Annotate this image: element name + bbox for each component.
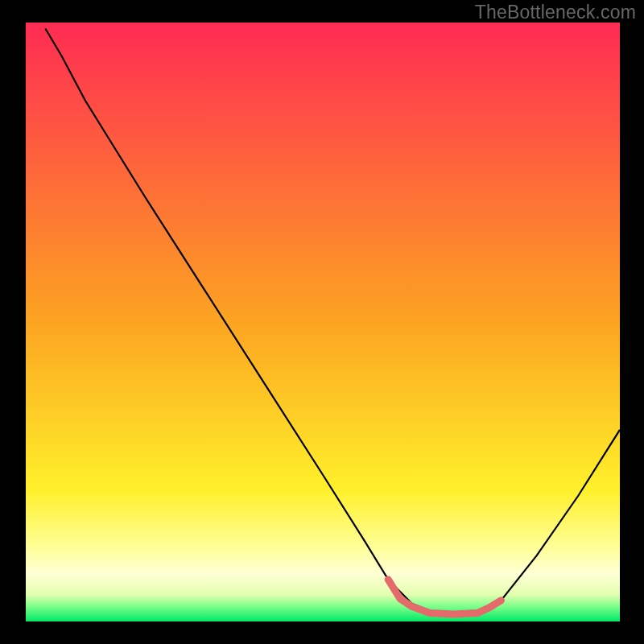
gradient-background bbox=[26, 23, 620, 621]
chart-frame: TheBottleneck.com bbox=[0, 0, 644, 644]
bottleneck-chart bbox=[0, 0, 644, 644]
